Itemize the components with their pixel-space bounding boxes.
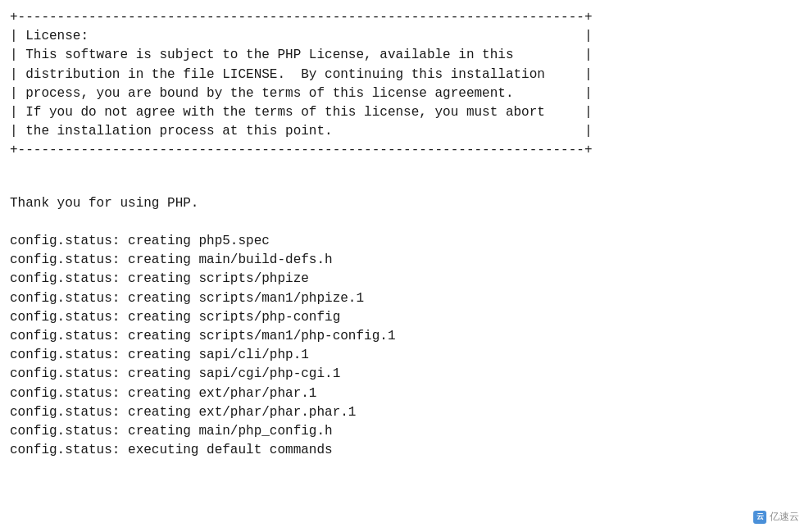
config-line-6: config.status: creating scripts/man1/php…	[10, 327, 799, 346]
license-text-4: | If you do not agree with the terms of …	[10, 103, 799, 122]
config-line-8: config.status: creating sapi/cgi/php-cgi…	[10, 365, 799, 384]
license-box: +---------------------------------------…	[10, 8, 799, 161]
config-line-10: config.status: creating ext/phar/phar.ph…	[10, 403, 799, 422]
license-text-1: | This software is subject to the PHP Li…	[10, 46, 799, 65]
license-header: | License: |	[10, 27, 799, 46]
watermark-icon: 云	[753, 511, 766, 524]
blank-line-1	[10, 175, 799, 194]
config-line-12: config.status: executing default command…	[10, 441, 799, 460]
config-line-3: config.status: creating scripts/phpize	[10, 270, 799, 289]
license-border-top: +---------------------------------------…	[10, 8, 799, 27]
config-line-5: config.status: creating scripts/php-conf…	[10, 308, 799, 327]
license-text-5: | the installation process at this point…	[10, 122, 799, 141]
watermark-text: 亿速云	[770, 510, 799, 524]
thank-you-line: Thank you for using PHP.	[10, 194, 799, 213]
config-line-4: config.status: creating scripts/man1/php…	[10, 289, 799, 308]
config-line-1: config.status: creating php5.spec	[10, 232, 799, 251]
watermark: 云 亿速云	[753, 510, 799, 524]
config-line-7: config.status: creating sapi/cli/php.1	[10, 346, 799, 365]
license-text-2: | distribution in the file LICENSE. By c…	[10, 66, 799, 84]
terminal-output: +---------------------------------------…	[10, 8, 799, 460]
license-text-3: | process, you are bound by the terms of…	[10, 84, 799, 103]
config-line-2: config.status: creating main/build-defs.…	[10, 251, 799, 270]
config-status-lines: config.status: creating php5.specconfig.…	[10, 232, 799, 460]
config-line-9: config.status: creating ext/phar/phar.1	[10, 384, 799, 403]
config-line-11: config.status: creating main/php_config.…	[10, 422, 799, 441]
blank-line-2	[10, 213, 799, 232]
license-border-bottom: +---------------------------------------…	[10, 141, 799, 160]
